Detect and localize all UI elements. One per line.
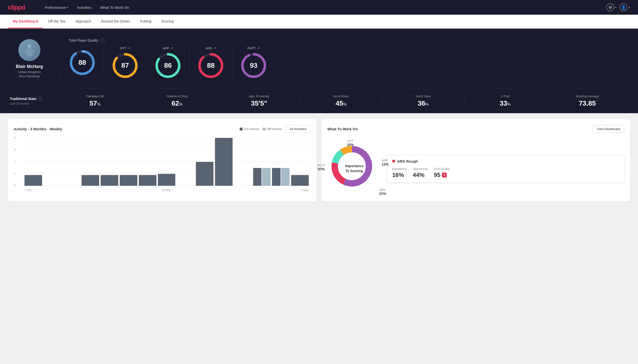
stat-app-proximity: App. Proximity 35'5" — [218, 94, 300, 107]
putt-trend-icon: ↗ — [257, 46, 260, 50]
bar-group — [272, 168, 290, 186]
metric-opportunity: Opportunity 44% — [413, 167, 428, 178]
legend-on-course: On course — [240, 127, 259, 131]
tab-approach[interactable]: Approach — [71, 15, 96, 28]
profile-country: United Kingdom — [18, 70, 41, 74]
main-score-value: 88 — [78, 59, 86, 66]
stat-fairways-hit: Fairways Hit 57% — [54, 94, 136, 107]
bar-on-course — [82, 175, 99, 186]
ring-ott: 87 — [112, 52, 139, 79]
donut-label-arg: ARG 21% — [379, 188, 386, 196]
bar-off-course — [281, 168, 290, 186]
top-nav: clippd Performance ▾ Activities What To … — [0, 0, 638, 15]
donut-label-ott: OTT 10% — [347, 139, 354, 147]
chevron-down-icon: ▾ — [67, 6, 68, 9]
app-trend-icon: ↗ — [171, 46, 173, 50]
bar-on-course — [253, 168, 262, 186]
score-putt: PUTT ↗ 93 — [232, 46, 275, 79]
bar-group — [253, 168, 271, 186]
info-card-title: ARG Rough — [397, 159, 418, 163]
divider — [59, 36, 59, 80]
bar-on-course — [101, 175, 118, 186]
score-arg: ARG ↗ 88 — [189, 46, 232, 79]
donut-chart-area: OTT 10% APP 12% ARG 21% PUTT 57% — [327, 142, 381, 196]
help-icon[interactable]: ? — [100, 38, 105, 42]
stat-1-putt: 1 Putt 33% — [464, 94, 546, 107]
work-card-header: What To Work On View Dashboard — [327, 125, 624, 133]
ott-score-value: 87 — [121, 62, 129, 70]
avatar — [18, 39, 40, 61]
x-label-feb: 7 Feb — [25, 189, 31, 192]
tab-off-the-tee[interactable]: Off the Tee — [43, 15, 71, 28]
metric-shot-quality: Shot Quality 95 ▼ — [434, 167, 450, 178]
score-rings: 88 OTT ↗ 87 — [69, 46, 628, 79]
on-course-legend-dot — [240, 128, 243, 130]
donut-label-app: APP 12% — [382, 159, 388, 166]
bar-group — [215, 138, 233, 186]
all-activities-button[interactable]: All Activities — [285, 125, 311, 133]
putt-label: PUTT ↗ — [248, 46, 260, 50]
bar-group — [196, 162, 214, 186]
tab-around-the-green[interactable]: Around the Green — [96, 15, 135, 28]
info-card-header: ARG Rough — [392, 159, 619, 163]
bar-group — [291, 175, 309, 186]
bar-group — [25, 175, 42, 186]
bar-on-course — [25, 175, 42, 186]
bar-on-course — [272, 168, 281, 186]
score-main: 88 — [69, 49, 104, 76]
nav-what-to-work-on[interactable]: What To Work On — [100, 6, 129, 10]
arg-rough-info-card: ARG Rough Importance 16% Opportunity 44% — [387, 155, 624, 182]
putt-score-value: 93 — [250, 62, 257, 70]
activity-chart-title: Activity - 3 Months - Weekly — [14, 127, 62, 131]
trad-stats-label: Traditional Stats ? Last 20 rounds — [10, 96, 54, 105]
metric-importance: Importance 16% — [392, 167, 407, 178]
bar-on-course — [139, 175, 156, 186]
logo[interactable]: clippd — [8, 4, 25, 11]
stat-scoring-average: Scoring Average 73.85 — [546, 94, 628, 107]
bottom-section: Activity - 3 Months - Weekly On course O… — [0, 113, 638, 207]
profile-section: Blair McHarg United Kingdom Plus Handica… — [10, 39, 49, 78]
work-on-card: What To Work On View Dashboard OTT 10% A… — [321, 119, 630, 202]
bar-on-course — [291, 175, 309, 186]
stat-up-down: Up & Down 45% — [300, 94, 382, 107]
nav-links: Performance ▾ Activities What To Work On — [45, 6, 129, 10]
activity-bar-chart: 4 3 2 1 0 7 Feb 28 Mar 9 May — [14, 138, 311, 192]
trad-stats-subtitle: Last 20 rounds — [10, 102, 54, 105]
bar-on-course — [215, 138, 233, 186]
chart-legend: On course Off course — [240, 127, 282, 131]
bar-group — [158, 174, 175, 186]
nav-right: ⊕ ▾ 👤 ▾ — [606, 4, 630, 11]
bars-container — [23, 138, 311, 186]
activity-card-header: Activity - 3 Months - Weekly On course O… — [14, 125, 311, 133]
bar-group — [82, 175, 99, 186]
shot-quality-arrow-icon: ▼ — [442, 172, 447, 178]
bar-group — [101, 175, 118, 186]
info-metrics: Importance 16% Opportunity 44% Shot Qual… — [392, 167, 619, 178]
stat-greens-in-reg: Greens In Reg 62% — [136, 94, 218, 107]
x-labels: 7 Feb 28 Mar 9 May — [23, 189, 311, 192]
view-dashboard-button[interactable]: View Dashboard — [593, 125, 624, 133]
legend-off-course: Off course — [263, 127, 282, 131]
x-label-may: 9 May — [301, 189, 309, 192]
tab-putting[interactable]: Putting — [135, 15, 156, 28]
svg-point-1 — [26, 48, 33, 57]
bar-on-course — [158, 174, 175, 186]
nav-activities[interactable]: Activities — [77, 6, 91, 10]
bar-group — [139, 175, 156, 186]
user-account-button[interactable]: 👤 ▾ — [620, 4, 630, 11]
tab-scoring[interactable]: Scoring — [156, 15, 178, 28]
work-card-title: What To Work On — [327, 127, 358, 131]
chevron-down-icon: ▾ — [615, 6, 617, 9]
tab-my-dashboard[interactable]: My Dashboard — [8, 15, 43, 28]
arg-score-value: 88 — [207, 62, 215, 70]
trad-help-icon[interactable]: ? — [38, 96, 42, 101]
bar-off-course — [262, 168, 271, 186]
bar-on-course — [120, 175, 137, 186]
ring-main: 88 — [69, 49, 96, 76]
arg-label: ARG ↗ — [205, 46, 216, 50]
add-button[interactable]: ⊕ ▾ — [606, 4, 617, 11]
scores-title: Total Player Quality — [69, 38, 98, 42]
svg-point-0 — [28, 44, 31, 48]
nav-performance[interactable]: Performance ▾ — [45, 6, 68, 10]
chevron-down-icon: ▾ — [628, 6, 630, 9]
